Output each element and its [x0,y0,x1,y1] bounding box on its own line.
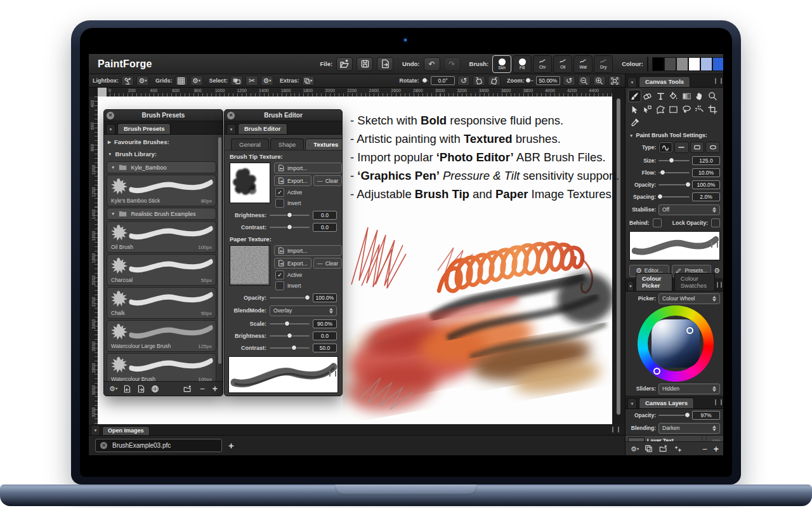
slider-thumb[interactable] [685,182,691,187]
collapse-icon[interactable]: ▼ [627,398,637,408]
tool-lasso-select[interactable] [680,103,693,116]
rotate-value-field[interactable]: 0.0° [431,76,455,85]
paper-scale-field[interactable]: 90.0% [313,319,337,328]
zoom-value-field[interactable]: 50.00% [536,76,560,85]
slider-thumb[interactable] [525,77,531,83]
paper-export-button[interactable]: Export... [274,258,311,269]
presets-settings-button[interactable]: ⚙▾ [109,385,117,392]
brush-mode-wat[interactable]: Wat [573,55,593,73]
slider-thumb[interactable] [291,345,297,351]
brush-preset-item[interactable]: Watercolour Brush100px [107,353,216,381]
file-tab[interactable]: ✕ BrushExample03.pfc [95,439,222,452]
swatch-2[interactable] [676,57,688,71]
tool-text[interactable] [654,90,667,102]
slider-thumb[interactable] [660,170,665,175]
collapse-icon[interactable]: ▼ [106,124,115,134]
close-file-icon[interactable]: ✕ [100,442,107,449]
brush-folder[interactable]: ▼Realistic Brush Examples [107,208,216,220]
tip-active-checkbox[interactable]: ✓ [275,188,284,197]
tab-colour-swatches[interactable]: Colour Swatches [674,273,715,291]
setting-slider[interactable] [658,181,690,189]
close-icon[interactable]: ✕ [107,112,114,119]
brush-preset-item[interactable]: Watercolour Large Brush125px [107,320,216,352]
brush-mode-oil[interactable]: Oil [553,55,572,73]
tool-paint-brush[interactable] [628,90,641,102]
swatch-1[interactable] [664,57,676,71]
duplicate-layer-button[interactable] [645,444,653,453]
setting-field[interactable]: 100.0% [692,180,720,189]
zoom-out-button[interactable] [578,76,591,86]
paper-import-button[interactable]: Import... [274,245,342,256]
paper-texture-thumbnail[interactable] [230,245,270,286]
paper-invert-checkbox[interactable] [275,281,284,290]
setting-slider[interactable] [658,193,690,201]
brush-preset-item[interactable]: Chalk50px [107,287,216,319]
brush-preset-item[interactable]: Kyle's Bamboo Stick80px [107,175,216,206]
rotate-reset-button[interactable]: ↺ [457,76,470,86]
remove-layer-button[interactable]: − [702,445,707,453]
lightbox-button[interactable] [121,76,134,86]
stabilise-dropdown[interactable]: Off [658,204,720,215]
presets-scrollbar[interactable] [218,137,221,364]
export-file-button[interactable] [377,57,393,71]
panel-grip[interactable] [715,399,722,405]
tip-import-button[interactable]: Import... [274,163,342,173]
remove-brush-button[interactable]: − [200,385,205,392]
preset-group-header[interactable]: ▶Favourite Brushes: [105,136,218,148]
tool-move[interactable] [628,103,641,116]
tool-fill-bucket[interactable] [667,90,681,102]
slider-thumb[interactable] [657,194,663,199]
export-brushes-button[interactable] [137,385,145,393]
brush-preset-item[interactable]: Charcoal50px [107,254,216,286]
select-mode-button[interactable] [230,76,243,86]
slider-thumb[interactable] [287,224,292,230]
open-file-button[interactable] [336,57,353,71]
paper-contrast-field[interactable]: 50.0 [313,344,337,352]
zoom-reset-button[interactable]: ↺ [563,76,575,86]
tool-eraser[interactable] [641,90,655,102]
close-icon[interactable]: ✕ [227,112,235,119]
tip-contrast-field[interactable]: 0.0 [313,223,337,232]
colour-wheel[interactable] [634,307,716,382]
slider-thumb[interactable] [287,212,292,218]
layer-opacity-slider[interactable] [658,411,690,419]
tip-brightness-slider[interactable] [270,211,310,219]
stroke-type-freehand[interactable] [658,142,673,153]
preset-group-header[interactable]: ▼Brush Library: [105,148,218,160]
tab-canvas-layers[interactable]: Canvas Layers [639,398,694,408]
paper-scale-slider[interactable] [270,320,310,328]
online-brushes-button[interactable] [151,385,159,393]
editor-tab-textures[interactable]: Textures [305,138,343,150]
collapse-icon[interactable]: ▼ [226,124,236,134]
redo-button[interactable]: ↷ [444,57,461,71]
paper-contrast-slider[interactable] [270,344,310,352]
tool-rect-select[interactable] [667,103,681,116]
tab-colour-picker[interactable]: Colour Picker [636,273,672,291]
rotate-slider[interactable] [422,77,428,84]
brush-mode-dry[interactable]: Dry [594,55,613,73]
picker-dropdown[interactable]: Colour Wheel [658,293,720,304]
extras-button[interactable]: ▾ [302,76,315,86]
stroke-type-ellipse[interactable] [705,142,720,153]
add-layer-group-button[interactable] [658,444,668,453]
paper-brightness-slider[interactable] [270,332,310,340]
panel-grip[interactable] [612,427,619,432]
slider-thumb[interactable] [304,295,310,300]
brush-mode-chr[interactable]: Chr [533,55,552,73]
add-layer-button[interactable] [674,444,683,453]
tool-pan-hand[interactable] [693,90,707,102]
paper-brightness-field[interactable]: 0.0 [313,331,337,340]
tool-polygon-select[interactable] [654,103,667,116]
hue-cursor[interactable] [653,368,660,375]
tool-transform[interactable] [641,103,655,116]
sliders-dropdown[interactable]: Hidden [658,384,720,394]
lightbox-settings-button[interactable]: ⚙▾ [136,76,149,86]
layer-opacity-field[interactable]: 97% [692,411,720,420]
stroke-type-rectangle[interactable] [690,142,705,153]
fit-screen-button[interactable] [608,76,621,86]
save-file-button[interactable] [357,57,373,71]
blending-dropdown[interactable]: Darken [658,423,720,434]
tool-crop[interactable] [706,103,719,116]
tool-zoom[interactable] [706,90,719,102]
editor-tab-general[interactable]: General [231,138,269,150]
